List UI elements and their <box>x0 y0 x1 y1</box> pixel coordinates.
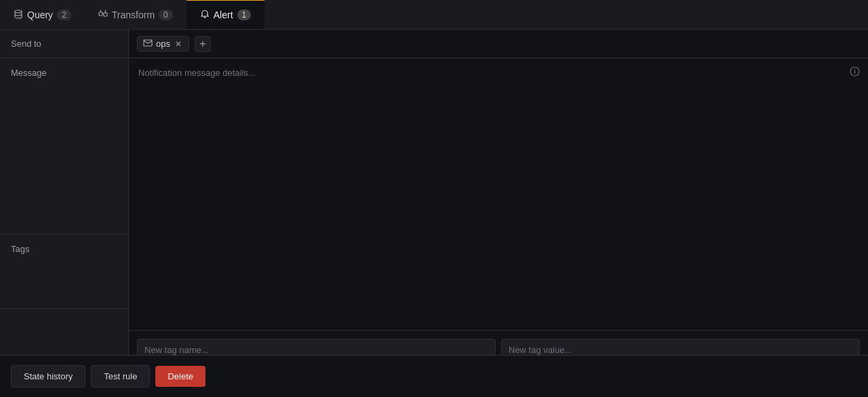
delete-button[interactable]: Delete <box>155 366 205 387</box>
tab-transform-badge: 0 <box>159 9 173 20</box>
tags-label-row: Tags <box>0 234 128 309</box>
tab-transform[interactable]: Transform 0 <box>85 0 186 29</box>
send-to-label: Send to <box>11 39 41 49</box>
bottom-bar: State history Test rule Delete <box>0 355 868 397</box>
send-to-row: ops ✕ + <box>129 30 868 58</box>
tab-query-label: Query <box>27 9 53 20</box>
main-content: Send to Message Tags ops <box>0 30 868 397</box>
state-history-button[interactable]: State history <box>11 365 85 388</box>
test-rule-button[interactable]: Test rule <box>91 365 150 388</box>
tab-alert-label: Alert <box>214 9 233 20</box>
tabs-bar: Query 2 Transform 0 Alert 1 <box>0 0 868 30</box>
svg-rect-1 <box>99 12 102 16</box>
tab-query[interactable]: Query 2 <box>0 0 85 29</box>
mail-icon <box>143 39 153 49</box>
message-label-row: Message <box>0 58 128 234</box>
send-to-label-row: Send to <box>0 30 128 58</box>
left-labels: Send to Message Tags <box>0 30 129 397</box>
bell-icon <box>200 9 210 21</box>
tab-transform-label: Transform <box>112 9 155 20</box>
right-content: ops ✕ + <box>129 30 868 397</box>
svg-point-5 <box>854 69 855 70</box>
database-icon <box>14 9 23 21</box>
message-label: Message <box>11 68 47 78</box>
contact-chip-ops: ops ✕ <box>137 36 189 51</box>
message-textarea[interactable] <box>129 58 868 331</box>
transform-icon <box>98 9 108 21</box>
tab-query-badge: 2 <box>57 9 71 20</box>
svg-point-0 <box>15 10 22 13</box>
svg-rect-2 <box>104 13 107 16</box>
tab-alert[interactable]: Alert 1 <box>186 0 264 29</box>
info-icon[interactable] <box>850 66 860 79</box>
contact-name: ops <box>156 39 170 49</box>
content-area: Send to Message Tags ops <box>0 30 868 397</box>
add-contact-button[interactable]: + <box>195 36 211 52</box>
tab-alert-badge: 1 <box>237 9 252 20</box>
tags-label: Tags <box>11 244 29 254</box>
remove-contact-button[interactable]: ✕ <box>174 40 183 48</box>
message-area <box>129 58 868 331</box>
